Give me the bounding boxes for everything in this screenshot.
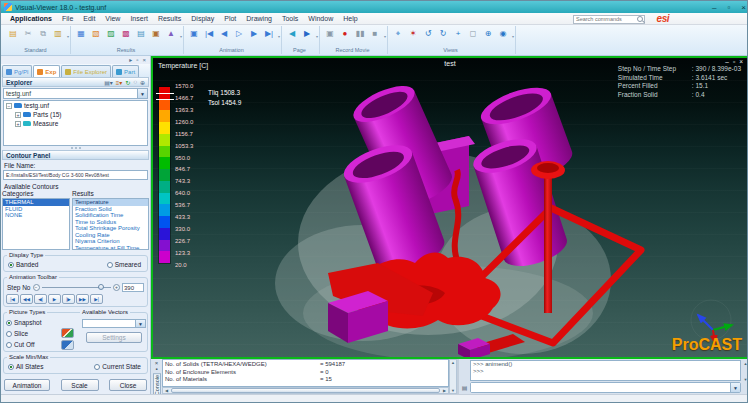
tree-node[interactable]: − testg.unf (4, 101, 147, 110)
panel-control-icon[interactable]: ▫ (136, 57, 138, 64)
toolbar-icon[interactable]: ▣ (188, 27, 200, 40)
toolbar-icon[interactable]: ✶ (407, 27, 419, 40)
panel-footer-button[interactable]: Animation (4, 379, 50, 391)
playback-button[interactable]: |◀ (6, 294, 19, 304)
search-icon[interactable] (636, 15, 644, 23)
toolbar-icon[interactable]: ■ (369, 27, 381, 40)
toolbar-icon[interactable]: ⊕ (482, 27, 494, 40)
step-value-input[interactable] (122, 283, 144, 292)
tree-expander-icon[interactable]: − (6, 103, 12, 109)
tree-node[interactable]: + Measure (4, 119, 147, 128)
toolbar-icon[interactable]: ▶| (263, 27, 275, 40)
viewport-3d[interactable]: test –▫× Temperature [C] 1570.01466.7136… (151, 56, 748, 359)
toolbar-icon[interactable]: ⧉ (37, 27, 49, 40)
shell-mini-scrollbar[interactable]: ▲▼ (742, 359, 748, 394)
scrollbar-thumb[interactable] (171, 388, 440, 393)
scale-minmax-radio[interactable]: All States (8, 363, 43, 370)
panel-tab[interactable]: File Explorer (61, 65, 111, 77)
explorer-toolbar-icon[interactable]: ◌ (133, 79, 137, 86)
toolbar-icon[interactable]: ↺ (422, 27, 434, 40)
panel-tab[interactable]: Part (112, 65, 139, 77)
model-file-combobox[interactable]: testg.unf ▼ (3, 88, 148, 99)
toolbar-icon[interactable]: |◀ (203, 27, 215, 40)
console-horizontal-scrollbar[interactable]: ◀▶ (162, 387, 449, 394)
step-slider[interactable] (42, 287, 112, 288)
menu-item[interactable]: Window (303, 15, 338, 22)
toolbar-icon[interactable]: ▤ (135, 27, 147, 40)
menu-item[interactable]: Tools (277, 15, 303, 22)
cutoff-icon-button[interactable] (61, 340, 74, 350)
toolbar-icon[interactable]: ▣ (150, 27, 162, 40)
menu-item[interactable]: View (100, 15, 125, 22)
menu-item[interactable]: File (57, 15, 78, 22)
slider-thumb[interactable] (98, 284, 104, 290)
toolbar-icon[interactable]: ▥ (52, 27, 64, 40)
category-item[interactable]: NONE (3, 212, 69, 219)
panel-tab[interactable]: Pg/Pl (2, 65, 32, 77)
toolbar-icon[interactable]: + (452, 27, 464, 40)
shell-command-input[interactable] (471, 383, 730, 392)
toolbar-icon[interactable]: ▩ (120, 27, 132, 40)
toolbar-icon[interactable]: ▣ (324, 27, 336, 40)
toolbar-icon[interactable]: ◻ (467, 27, 479, 40)
chevron-down-icon[interactable]: ▼ (135, 320, 145, 327)
chevron-down-icon[interactable]: ▼ (730, 383, 740, 392)
display-type-radio[interactable]: Banded (8, 261, 38, 268)
menu-item[interactable]: Plot (219, 15, 241, 22)
toolbar-icon[interactable]: ▮▮ (354, 27, 366, 40)
playback-button[interactable]: ▶| (90, 294, 103, 304)
picture-type-radio-slice[interactable]: Slice (6, 330, 28, 337)
console-pin-icon[interactable]: ▪ (155, 366, 157, 372)
window-control-button[interactable]: ▫ (727, 3, 730, 12)
toolbar-icon[interactable]: ◉ (497, 27, 509, 40)
toolbar-icon[interactable]: ◀ (218, 27, 230, 40)
tree-expander-icon[interactable]: + (15, 112, 21, 118)
file-name-value[interactable]: E:/Installs/ESI/Test/Body CG 3-600 Rev08… (3, 170, 148, 180)
tree-node[interactable]: + Parts (15) (4, 110, 147, 119)
console-vertical-scrollbar[interactable]: ▲▼ (449, 359, 457, 394)
explorer-toolbar-icon[interactable]: ↻ (125, 79, 130, 86)
result-item[interactable]: Temperature at Fill Time (73, 245, 148, 251)
chevron-down-icon[interactable]: ▼ (137, 89, 147, 98)
toolbar-icon[interactable]: ▶ (248, 27, 260, 40)
menu-item[interactable]: Applications (5, 15, 57, 22)
panel-control-icon[interactable]: × (142, 57, 146, 64)
tree-expander-icon[interactable]: + (15, 121, 21, 127)
playback-button[interactable]: ◀◀ (20, 294, 33, 304)
window-control-button[interactable]: – (712, 3, 716, 12)
explorer-toolbar-icon[interactable]: ≡▾ (116, 79, 123, 86)
playback-button[interactable]: ▶ (48, 294, 61, 304)
menu-item[interactable]: Drawing (241, 15, 277, 22)
playback-button[interactable]: ◀| (34, 294, 47, 304)
toolbar-icon[interactable]: ◀ (286, 27, 298, 40)
scale-minmax-radio[interactable]: Current State (94, 363, 141, 370)
toolbar-icon[interactable]: ↻ (437, 27, 449, 40)
settings-button[interactable]: Settings (86, 332, 142, 343)
menu-item[interactable]: Help (338, 15, 362, 22)
slice-icon-button[interactable] (61, 328, 74, 338)
playback-button[interactable]: |▶ (62, 294, 75, 304)
toolbar-icon[interactable]: ▦ (75, 27, 87, 40)
playback-button[interactable]: ▶▶ (76, 294, 89, 304)
vectors-combobox[interactable]: ▼ (82, 319, 146, 328)
search-input[interactable] (574, 16, 636, 22)
panel-tab[interactable]: Exp (33, 65, 60, 77)
display-type-radio[interactable]: Smeared (107, 261, 141, 268)
toolbar-icon[interactable]: ✂ (22, 27, 34, 40)
toolbar-icon[interactable]: ▤ (7, 27, 19, 40)
step-increment-button[interactable]: + (113, 284, 120, 291)
menu-item[interactable]: Results (153, 15, 186, 22)
toolbar-icon[interactable]: ▧ (90, 27, 102, 40)
step-decrement-button[interactable]: − (33, 284, 40, 291)
toolbar-icon[interactable]: ⌖ (392, 27, 404, 40)
toolbar-icon[interactable]: ● (339, 27, 351, 40)
menu-item[interactable]: Edit (78, 15, 100, 22)
panel-control-icon[interactable]: ▸ (129, 57, 132, 64)
explorer-toolbar-icon[interactable]: ▤▾ (104, 79, 113, 86)
menu-item[interactable]: Insert (125, 15, 153, 22)
window-control-button[interactable]: × (741, 3, 746, 12)
result-item[interactable]: Total Shrinkage Porosity (73, 225, 148, 232)
toolbar-icon[interactable]: ▨ (105, 27, 117, 40)
toolbar-icon[interactable]: ▷ (233, 27, 245, 40)
picture-type-radio-cutoff[interactable]: Cut Off (6, 341, 34, 348)
